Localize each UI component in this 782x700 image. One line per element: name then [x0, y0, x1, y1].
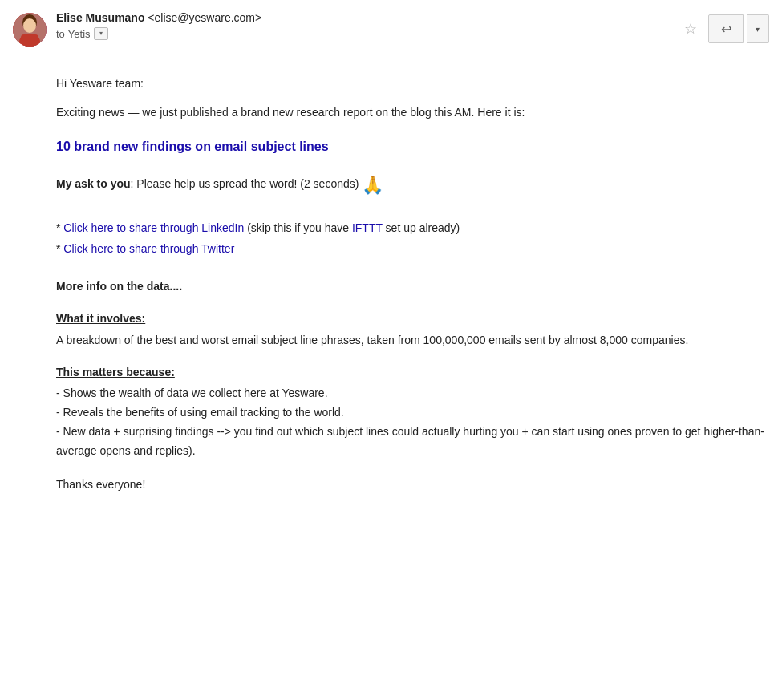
linkedin-note: (skip this if you have — [244, 221, 352, 234]
email-header: Elise Musumano <elise@yesware.com> to Ye… — [0, 0, 782, 55]
ask-bold-label: My ask to you — [56, 178, 131, 191]
svg-rect-4 — [21, 34, 38, 41]
thanks-text: Thanks everyone! — [56, 475, 766, 493]
reply-button[interactable]: ↩ — [708, 14, 744, 43]
to-label: to — [56, 28, 65, 40]
more-info-heading: More info on the data.... — [56, 277, 766, 295]
email-container: Elise Musumano <elise@yesware.com> to Ye… — [0, 0, 782, 700]
research-report-link[interactable]: 10 brand new findings on email subject l… — [56, 136, 766, 157]
to-recipient: Yetis — [68, 28, 91, 40]
to-line: to Yetis ▾ — [56, 27, 676, 40]
reply-icon: ↩ — [721, 22, 731, 37]
ifttt-link[interactable]: IFTTT — [352, 221, 383, 234]
twitter-share-link[interactable]: Click here to share through Twitter — [63, 242, 234, 255]
linkedin-share-link[interactable]: Click here to share through LinkedIn — [63, 221, 244, 234]
what-involves-title: What it involves: — [56, 310, 766, 327]
intro-text: Exciting news — we just published a bran… — [56, 103, 766, 121]
star-icon: ☆ — [684, 20, 697, 38]
prayer-emoji: 🙏 — [362, 175, 383, 195]
ask-section: My ask to you: Please help us spread the… — [56, 171, 766, 199]
sender-name-line: Elise Musumano <elise@yesware.com> — [56, 11, 676, 24]
sender-email: <elise@yesware.com> — [148, 11, 261, 24]
sender-info: Elise Musumano <elise@yesware.com> to Ye… — [56, 11, 676, 40]
links-section: * Click here to share through LinkedIn (… — [56, 217, 766, 260]
chevron-down-icon: ▾ — [99, 30, 103, 37]
bullet-list: - Shows the wealth of data we collect he… — [56, 384, 766, 460]
linkedin-note2: set up already) — [383, 221, 460, 234]
recipient-dropdown-button[interactable]: ▾ — [94, 27, 108, 40]
sender-name: Elise Musumano — [56, 11, 144, 24]
avatar-image — [13, 13, 47, 47]
twitter-share-line: * Click here to share through Twitter — [56, 238, 766, 260]
greeting-text: Hi Yesware team: — [56, 75, 766, 92]
star-button[interactable]: ☆ — [676, 14, 705, 43]
more-options-button[interactable]: ▾ — [747, 14, 769, 43]
avatar — [13, 13, 47, 47]
this-matters-title: This matters because: — [56, 363, 766, 381]
svg-point-2 — [23, 18, 36, 33]
what-involves-text: A breakdown of the best and worst email … — [56, 331, 766, 349]
ask-text: : Please help us spread the word! (2 sec… — [131, 178, 359, 191]
bullet-item-2: - Reveals the benefits of using email tr… — [56, 403, 766, 423]
header-actions: ☆ ↩ ▾ — [676, 14, 769, 43]
email-body: Hi Yesware team: Exciting news — we just… — [0, 55, 782, 517]
bullet-item-1: - Shows the wealth of data we collect he… — [56, 384, 766, 403]
bullet-item-3: - New data + surprising findings --> you… — [56, 423, 766, 461]
linkedin-share-line: * Click here to share through LinkedIn (… — [56, 217, 766, 239]
chevron-down-icon: ▾ — [756, 25, 760, 34]
